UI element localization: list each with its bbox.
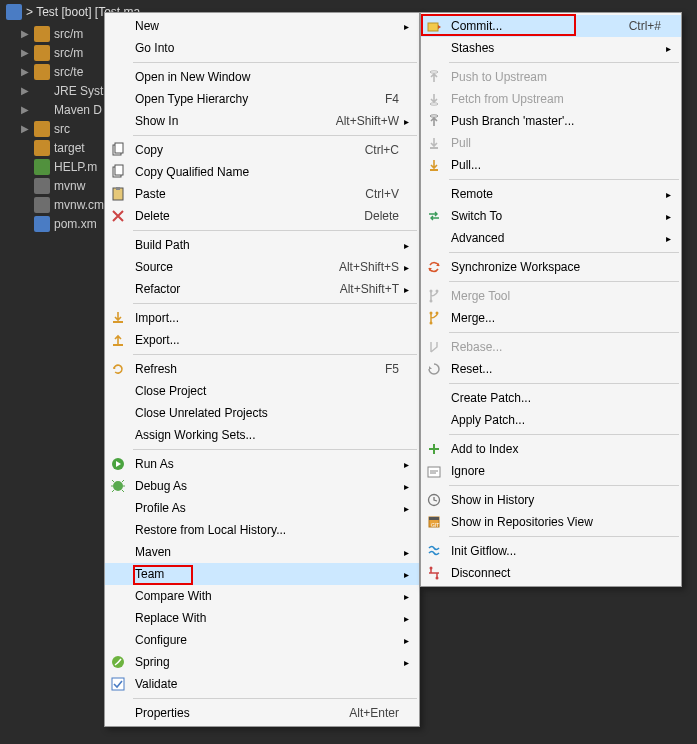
push-icon	[421, 66, 447, 88]
submenu-arrow-icon: ▸	[399, 21, 409, 32]
ctx-item-spring[interactable]: Spring▸	[105, 651, 419, 673]
ctx-item-maven[interactable]: Maven▸	[105, 541, 419, 563]
ctx-item-close-project[interactable]: Close Project	[105, 380, 419, 402]
menu-item-label: Rebase...	[447, 340, 661, 354]
team-item-pull[interactable]: Pull...	[421, 154, 681, 176]
submenu-arrow-icon: ▸	[399, 547, 409, 558]
team-item-add-to-index[interactable]: Add to Index	[421, 438, 681, 460]
menu-item-label: Reset...	[447, 362, 661, 376]
ctx-item-delete[interactable]: DeleteDelete	[105, 205, 419, 227]
submenu-arrow-icon: ▸	[399, 635, 409, 646]
pkg-icon	[34, 45, 50, 61]
tree-item-label: target	[54, 141, 85, 155]
team-item-merge[interactable]: Merge...	[421, 307, 681, 329]
rebase-icon	[421, 336, 447, 358]
team-item-synchronize-workspace[interactable]: Synchronize Workspace	[421, 256, 681, 278]
menu-item-shortcut: F4	[365, 92, 399, 106]
team-item-init-gitflow[interactable]: Init Gitflow...	[421, 540, 681, 562]
ctx-item-source[interactable]: SourceAlt+Shift+S▸	[105, 256, 419, 278]
menu-item-label: Push Branch 'master'...	[447, 114, 661, 128]
ctx-item-validate[interactable]: Validate	[105, 673, 419, 695]
menu-item-label: New	[131, 19, 399, 33]
export-icon	[105, 329, 131, 351]
team-item-create-patch[interactable]: Create Patch...	[421, 387, 681, 409]
run-icon	[105, 453, 131, 475]
svg-point-24	[436, 312, 439, 315]
team-item-stashes[interactable]: Stashes▸	[421, 37, 681, 59]
ctx-item-build-path[interactable]: Build Path▸	[105, 234, 419, 256]
svg-point-22	[430, 312, 433, 315]
submenu-arrow-icon: ▸	[661, 233, 671, 244]
submenu-arrow-icon: ▸	[399, 240, 409, 251]
team-item-merge-tool: Merge Tool	[421, 285, 681, 307]
team-item-switch-to[interactable]: Switch To▸	[421, 205, 681, 227]
ctx-item-go-into[interactable]: Go Into	[105, 37, 419, 59]
menu-item-label: Compare With	[131, 589, 399, 603]
merge-icon	[421, 307, 447, 329]
blank-icon	[105, 110, 131, 132]
team-item-ignore[interactable]: Ignore	[421, 460, 681, 482]
ctx-item-team[interactable]: Team▸	[105, 563, 419, 585]
ctx-item-assign-working-sets[interactable]: Assign Working Sets...	[105, 424, 419, 446]
ctx-item-new[interactable]: New▸	[105, 15, 419, 37]
svg-point-23	[430, 322, 433, 325]
team-item-show-in-history[interactable]: Show in History	[421, 489, 681, 511]
team-item-advanced[interactable]: Advanced▸	[421, 227, 681, 249]
team-item-commit[interactable]: Commit...Ctrl+#	[421, 15, 681, 37]
expand-arrow-icon[interactable]: ▶	[20, 28, 30, 39]
ctx-item-show-in[interactable]: Show InAlt+Shift+W▸	[105, 110, 419, 132]
team-item-reset[interactable]: Reset...	[421, 358, 681, 380]
menu-item-label: Pull...	[447, 158, 661, 172]
ctx-item-refactor[interactable]: RefactorAlt+Shift+T▸	[105, 278, 419, 300]
expand-arrow-icon[interactable]: ▶	[20, 104, 30, 115]
svg-rect-26	[429, 448, 439, 450]
history-icon	[421, 489, 447, 511]
menu-separator	[133, 230, 417, 231]
ctx-item-export[interactable]: Export...	[105, 329, 419, 351]
menu-item-label: Delete	[131, 209, 344, 223]
team-item-apply-patch[interactable]: Apply Patch...	[421, 409, 681, 431]
ctx-item-compare-with[interactable]: Compare With▸	[105, 585, 419, 607]
fetch-icon	[421, 88, 447, 110]
menu-separator	[449, 383, 679, 384]
team-item-rebase: Rebase...	[421, 336, 681, 358]
menu-item-label: Disconnect	[447, 566, 661, 580]
menu-item-label: Team	[131, 567, 399, 581]
ctx-item-paste[interactable]: PasteCtrl+V	[105, 183, 419, 205]
import-icon	[105, 307, 131, 329]
ctx-item-properties[interactable]: PropertiesAlt+Enter	[105, 702, 419, 724]
menu-item-label: Open Type Hierarchy	[131, 92, 365, 106]
ctx-item-replace-with[interactable]: Replace With▸	[105, 607, 419, 629]
team-item-push-branch-master[interactable]: Push Branch 'master'...	[421, 110, 681, 132]
ctx-item-copy[interactable]: CopyCtrl+C	[105, 139, 419, 161]
ctx-item-import[interactable]: Import...	[105, 307, 419, 329]
blank-icon	[421, 227, 447, 249]
ctx-item-profile-as[interactable]: Profile As▸	[105, 497, 419, 519]
ctx-item-open-in-new-window[interactable]: Open in New Window	[105, 66, 419, 88]
expand-arrow-icon[interactable]: ▶	[20, 85, 30, 96]
ctx-item-run-as[interactable]: Run As▸	[105, 453, 419, 475]
team-item-remote[interactable]: Remote▸	[421, 183, 681, 205]
svg-rect-8	[113, 344, 123, 346]
ctx-item-refresh[interactable]: RefreshF5	[105, 358, 419, 380]
commit-icon	[421, 15, 447, 37]
ctx-item-debug-as[interactable]: Debug As▸	[105, 475, 419, 497]
ctx-item-restore-from-local-history[interactable]: Restore from Local History...	[105, 519, 419, 541]
green-icon	[34, 159, 50, 175]
menu-separator	[449, 281, 679, 282]
svg-point-15	[430, 103, 438, 105]
menu-item-label: Apply Patch...	[447, 413, 661, 427]
paste-icon	[105, 183, 131, 205]
ctx-item-open-type-hierarchy[interactable]: Open Type HierarchyF4	[105, 88, 419, 110]
expand-arrow-icon[interactable]: ▶	[20, 47, 30, 58]
expand-arrow-icon[interactable]: ▶	[20, 66, 30, 77]
tree-item-label: src/m	[54, 46, 83, 60]
menu-separator	[133, 135, 417, 136]
expand-arrow-icon[interactable]: ▶	[20, 123, 30, 134]
ctx-item-close-unrelated-projects[interactable]: Close Unrelated Projects	[105, 402, 419, 424]
team-item-show-in-repositories-view[interactable]: GITShow in Repositories View	[421, 511, 681, 533]
ctx-item-configure[interactable]: Configure▸	[105, 629, 419, 651]
team-item-disconnect[interactable]: Disconnect	[421, 562, 681, 584]
txt-icon	[34, 178, 50, 194]
ctx-item-copy-qualified-name[interactable]: Copy Qualified Name	[105, 161, 419, 183]
